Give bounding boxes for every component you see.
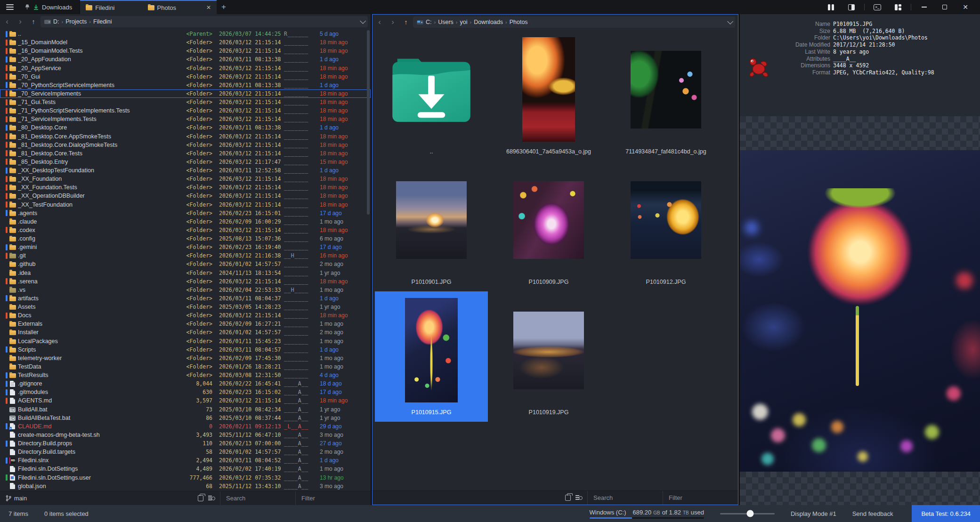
file-row[interactable]: _71_Gui.Tests <Folder> 2026/03/12 21:15:…: [0, 98, 371, 106]
minimize-button[interactable]: [916, 1, 932, 13]
file-row[interactable]: _71_ServiceImplements.Tests <Folder> 202…: [0, 115, 371, 123]
beta-version-button[interactable]: Beta Test: 0.6.234: [912, 505, 980, 522]
scrollbar-thumb[interactable]: [367, 30, 370, 215]
breadcrumb-item[interactable]: Photos: [510, 19, 528, 25]
breadcrumb[interactable]: D: › Projects › Filedini: [40, 16, 368, 27]
file-row[interactable]: .gemini <Folder> 2026/02/23 16:19:40 ___…: [0, 243, 371, 251]
file-row[interactable]: BuildAllBetaTest.bat 86 2025/03/10 08:37…: [0, 414, 371, 422]
photo-item[interactable]: 6896306401_7a45a9453a_o.jpg: [492, 31, 605, 161]
back-button[interactable]: ‹: [373, 16, 386, 28]
file-row[interactable]: _70_Gui <Folder> 2026/03/12 21:15:14 ___…: [0, 72, 371, 81]
back-button[interactable]: ‹: [1, 16, 13, 27]
file-row[interactable]: _80_Desktop.Core <Folder> 2026/03/11 08:…: [0, 123, 371, 132]
file-row[interactable]: Directory.Build.props 110 2026/02/13 07:…: [0, 439, 371, 448]
file-row[interactable]: create-macos-dmg-beta-test.sh 3,493 2025…: [0, 431, 371, 439]
file-row[interactable]: artifacts <Folder> 2026/03/11 08:04:37 _…: [0, 294, 371, 303]
breadcrumb-item[interactable]: Users: [438, 19, 454, 25]
filter-input[interactable]: [296, 495, 371, 502]
photo-item[interactable]: P1010915.JPG: [375, 291, 488, 422]
preview-panel-toggle-button[interactable]: [890, 1, 906, 13]
display-mode[interactable]: Display Mode #1: [791, 510, 836, 517]
file-row[interactable]: Directory.Build.targets 58 2026/01/02 14…: [0, 448, 371, 456]
file-row[interactable]: _81_Desktop.Core.Tests <Folder> 2026/03/…: [0, 149, 371, 158]
breadcrumb-item[interactable]: Downloads: [474, 19, 503, 25]
file-row[interactable]: .serena <Folder> 2026/03/12 21:15:14 ___…: [0, 277, 371, 286]
file-row[interactable]: _XX_Foundation.Tests <Folder> 2026/03/12…: [0, 183, 371, 192]
photo-item[interactable]: 7114934847_faf481c4bd_o.jpg: [609, 31, 722, 161]
file-row[interactable]: _20_AppFoundation <Folder> 2026/03/11 08…: [0, 55, 371, 64]
file-row[interactable]: _15_DomainModel <Folder> 2026/03/12 21:1…: [0, 38, 371, 47]
close-window-button[interactable]: ✕: [957, 1, 973, 13]
file-row[interactable]: .vs <Folder> 2026/02/04 22:53:33 __H____…: [0, 286, 371, 294]
file-row[interactable]: _XX_TestFoundation <Folder> 2026/03/12 2…: [0, 201, 371, 209]
file-row[interactable]: RD Filedini.slnx 2,494 2026/03/11 08:04:…: [0, 456, 371, 465]
menu-button[interactable]: [0, 0, 20, 14]
file-row[interactable]: .agents <Folder> 2026/02/23 16:15:01 ___…: [0, 209, 371, 217]
zoom-slider[interactable]: [720, 513, 775, 514]
file-row[interactable]: _70_ServiceImplements <Folder> 2026/03/1…: [0, 89, 371, 98]
file-row[interactable]: _85_Desktop.Entry <Folder> 2026/03/12 21…: [0, 158, 371, 166]
file-row[interactable]: _XX_OperationDBBuilder <Folder> 2026/03/…: [0, 192, 371, 200]
file-row[interactable]: .gitmodules 630 2026/02/23 16:15:02 ____…: [0, 388, 371, 396]
file-row[interactable]: _20_AppService <Folder> 2026/03/12 21:15…: [0, 64, 371, 72]
close-tab-button[interactable]: ✕: [203, 2, 214, 13]
file-row[interactable]: _70_PythonScriptServiceImplements <Folde…: [0, 81, 371, 89]
file-row[interactable]: Filedini.sln.DotSettings 4,489 2026/02/0…: [0, 465, 371, 473]
image-preview[interactable]: [740, 150, 980, 472]
file-row[interactable]: TestData <Folder> 2026/01/26 18:28:21 __…: [0, 362, 371, 371]
breadcrumb[interactable]: C: › Users › yoi › Downloads › Photos: [413, 16, 735, 28]
dual-pane-layout-button[interactable]: [823, 1, 839, 13]
file-row[interactable]: .github <Folder> 2026/01/02 14:57:57 ___…: [0, 260, 371, 268]
breadcrumb-item[interactable]: Projects: [65, 18, 87, 25]
file-row[interactable]: .config <Folder> 2025/08/13 15:07:36 ___…: [0, 234, 371, 243]
file-row[interactable]: telemetry-worker <Folder> 2026/02/09 17:…: [0, 354, 371, 362]
file-row[interactable]: Filedini.sln.DotSettings.user 777,466 20…: [0, 474, 371, 482]
file-row[interactable]: Externals <Folder> 2026/02/09 16:27:21 _…: [0, 320, 371, 328]
up-button[interactable]: ↑: [400, 16, 412, 28]
copy-path-icon[interactable]: [198, 495, 203, 501]
file-row[interactable]: Installer <Folder> 2026/01/02 14:57:57 _…: [0, 328, 371, 337]
forward-button[interactable]: ›: [387, 16, 399, 28]
file-row[interactable]: AGENTS.md 3,597 2026/03/12 21:15:14 ____…: [0, 396, 371, 405]
new-tab-button[interactable]: +: [217, 0, 231, 14]
file-row[interactable]: _16_DomainModel.Tests <Folder> 2026/03/1…: [0, 47, 371, 55]
file-row[interactable]: Docs <Folder> 2026/03/12 21:15:14 ______…: [0, 311, 371, 320]
file-row[interactable]: .git <Folder> 2026/03/12 21:16:38 __H___…: [0, 251, 371, 260]
up-button[interactable]: ↑: [27, 16, 40, 27]
filter-search-icon[interactable]: [208, 495, 215, 501]
photo-item[interactable]: ..: [375, 31, 488, 161]
search-input[interactable]: [220, 495, 295, 502]
copy-path-icon[interactable]: [565, 495, 571, 501]
tab-filedini[interactable]: Filedini: [80, 4, 142, 11]
maximize-button[interactable]: [937, 1, 953, 13]
file-row[interactable]: ↗ CLAUDE.md 0 2026/02/11 09:12:13 _L__A_…: [0, 422, 371, 431]
file-row[interactable]: .. <Parent> 2026/03/07 14:44:25 R______ …: [0, 30, 371, 38]
send-feedback-link[interactable]: Send feedback: [852, 510, 893, 517]
photo-item[interactable]: P1010912.JPG: [609, 161, 722, 291]
breadcrumb-drive[interactable]: C:: [426, 19, 432, 25]
breadcrumb-item[interactable]: Filedini: [93, 18, 112, 25]
file-row[interactable]: Scripts <Folder> 2026/03/11 08:04:57 ___…: [0, 345, 371, 354]
chevron-down-icon[interactable]: [360, 18, 366, 24]
file-row[interactable]: .claude <Folder> 2026/02/09 16:00:29 ___…: [0, 217, 371, 226]
filter-input[interactable]: [663, 494, 738, 501]
tab-downloads[interactable]: Downloads: [20, 0, 80, 14]
search-input[interactable]: [588, 494, 663, 501]
file-row[interactable]: _XX_DesktopTestFoundation <Folder> 2026/…: [0, 166, 371, 175]
forward-button[interactable]: ›: [14, 16, 26, 27]
file-row[interactable]: Assets <Folder> 2025/03/05 14:28:23 ____…: [0, 303, 371, 311]
chevron-down-icon[interactable]: [727, 18, 733, 24]
file-row[interactable]: TestResults <Folder> 2026/03/08 12:31:50…: [0, 371, 371, 379]
terminal-button[interactable]: >_: [869, 1, 885, 13]
file-row[interactable]: _71_PythonScriptServiceImplements.Tests …: [0, 106, 371, 115]
disk-usage[interactable]: Windows (C:) 689.20GB of 1.82TB used: [590, 509, 704, 519]
file-row[interactable]: LocalPackages <Folder> 2026/01/11 15:45:…: [0, 337, 371, 345]
file-row[interactable]: global.json 68 2025/11/12 13:43:10 ____A…: [0, 482, 371, 490]
photo-item[interactable]: P1010919.JPG: [492, 291, 605, 422]
photo-item[interactable]: P1010909.JPG: [492, 161, 605, 291]
file-row[interactable]: _81_Desktop.Core.DialogSmokeTests <Folde…: [0, 141, 371, 149]
file-row[interactable]: _81_Desktop.Core.AppSmokeTests <Folder> …: [0, 132, 371, 141]
filter-search-icon[interactable]: [575, 495, 583, 501]
file-row[interactable]: .gitignore 8,044 2026/02/22 16:45:41 ___…: [0, 379, 371, 388]
tab-photos[interactable]: Photos: [142, 4, 203, 11]
